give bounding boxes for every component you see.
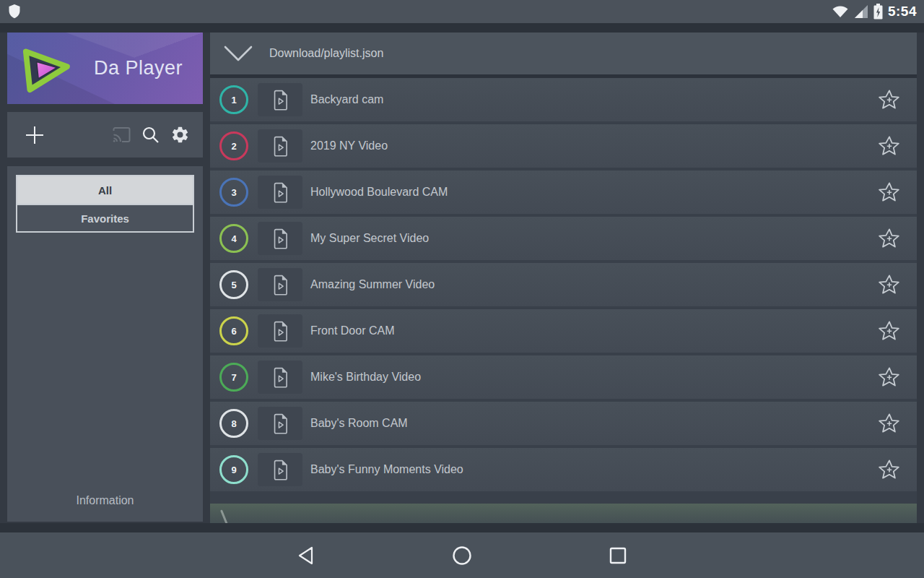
- item-file-button[interactable]: [258, 361, 302, 394]
- item-title: Baby's Funny Moments Video: [310, 463, 463, 476]
- star-add-icon: [878, 89, 901, 111]
- plus-icon: [25, 125, 45, 145]
- item-title: My Super Secret Video: [310, 232, 429, 245]
- list-item-5[interactable]: 5 Amazing Summer Video: [210, 263, 917, 306]
- item-file-button[interactable]: [258, 222, 302, 255]
- favorite-star-button[interactable]: [878, 413, 901, 435]
- app-title: Da Player: [94, 57, 183, 79]
- cast-icon: [112, 126, 131, 143]
- item-number-badge: 4: [219, 224, 248, 253]
- video-file-icon: [272, 136, 289, 157]
- item-title: Hollywood Boulevard CAM: [310, 186, 448, 199]
- star-add-icon: [878, 228, 901, 250]
- star-add-icon: [878, 366, 901, 389]
- favorite-star-button[interactable]: [878, 135, 901, 158]
- list-item-2[interactable]: 2 2019 NY Video: [210, 124, 917, 168]
- android-nav-bar: [0, 532, 924, 578]
- app-logo-banner: Da Player: [7, 33, 203, 104]
- item-file-button[interactable]: [258, 129, 302, 163]
- sidebar-toolbar: [7, 112, 203, 158]
- item-file-button[interactable]: [258, 83, 302, 116]
- favorite-star-button[interactable]: [878, 228, 901, 250]
- list-item-3[interactable]: 3 Hollywood Boulevard CAM: [210, 171, 917, 214]
- bottom-separator: [0, 523, 924, 532]
- item-title: Amazing Summer Video: [310, 278, 435, 291]
- playlist-path: Download/playlist.json: [269, 47, 383, 60]
- playlist: 1 Backyard cam 2: [210, 78, 917, 504]
- status-time: 5:54: [888, 4, 917, 20]
- list-item-9[interactable]: 9 Baby's Funny Moments Video: [210, 448, 917, 491]
- item-file-button[interactable]: [258, 314, 302, 348]
- sidebar: Da Player: [7, 33, 203, 522]
- item-number-badge: 5: [219, 270, 248, 299]
- star-add-icon: [878, 320, 901, 342]
- information-link[interactable]: Information: [7, 494, 203, 507]
- video-file-icon: [272, 367, 289, 388]
- chevron-down-icon: [223, 44, 253, 63]
- back-icon: [297, 545, 315, 566]
- list-item-1[interactable]: 1 Backyard cam: [210, 78, 917, 121]
- status-bar: 5:54: [0, 0, 924, 23]
- list-item-4[interactable]: 4 My Super Secret Video: [210, 217, 917, 260]
- nav-back-button[interactable]: [297, 545, 315, 566]
- filter-tabs: All Favorites: [16, 175, 194, 233]
- item-number-badge: 9: [219, 455, 248, 484]
- status-separator: [0, 23, 924, 33]
- item-title: 2019 NY Video: [310, 139, 388, 152]
- wifi-icon: [832, 4, 849, 19]
- star-add-icon: [878, 135, 901, 158]
- shield-icon: [7, 4, 22, 20]
- star-add-icon: [878, 181, 901, 204]
- playlist-header[interactable]: Download/playlist.json: [210, 33, 917, 74]
- tab-favorites[interactable]: Favorites: [17, 204, 193, 231]
- video-file-icon: [272, 228, 289, 249]
- item-title: Front Door CAM: [310, 324, 394, 337]
- favorite-star-button[interactable]: [878, 320, 901, 342]
- video-file-icon: [272, 90, 289, 111]
- home-icon: [452, 545, 472, 566]
- favorite-star-button[interactable]: [878, 89, 901, 111]
- video-file-icon: [272, 182, 289, 203]
- favorite-star-button[interactable]: [878, 181, 901, 204]
- favorite-star-button[interactable]: [878, 459, 901, 481]
- item-number-badge: 8: [219, 409, 248, 438]
- app-screen: 5:54 Da Player: [0, 0, 924, 578]
- favorite-star-button[interactable]: [878, 274, 901, 296]
- add-playlist-button[interactable]: [25, 125, 45, 145]
- item-title: Mike's Birthday Video: [310, 371, 421, 384]
- item-number-badge: 7: [219, 363, 248, 392]
- video-file-icon: [272, 321, 289, 342]
- item-title: Backyard cam: [310, 93, 383, 106]
- star-add-icon: [878, 459, 901, 481]
- cast-button[interactable]: [112, 126, 131, 143]
- settings-button[interactable]: [170, 125, 190, 144]
- signal-icon: [854, 4, 868, 19]
- star-add-icon: [878, 413, 901, 435]
- star-add-icon: [878, 274, 901, 296]
- tab-all[interactable]: All: [17, 176, 193, 204]
- video-file-icon: [272, 413, 289, 434]
- item-number-badge: 2: [219, 131, 248, 160]
- video-file-icon: [272, 460, 289, 480]
- play-logo-icon: [16, 40, 77, 98]
- item-number-badge: 6: [219, 316, 248, 345]
- item-file-button[interactable]: [258, 453, 302, 486]
- nav-recents-button[interactable]: [609, 546, 627, 565]
- favorite-star-button[interactable]: [878, 366, 901, 389]
- item-title: Baby's Room CAM: [310, 417, 408, 430]
- nav-home-button[interactable]: [452, 545, 472, 566]
- item-number-badge: 1: [219, 85, 248, 114]
- battery-charging-icon: [873, 4, 883, 20]
- list-item-8[interactable]: 8 Baby's Room CAM: [210, 402, 917, 445]
- gear-icon: [170, 125, 190, 144]
- main-content: Download/playlist.json 1 Backyard cam: [210, 33, 917, 532]
- search-icon: [141, 126, 160, 144]
- list-item-7[interactable]: 7 Mike's Birthday Video: [210, 355, 917, 399]
- item-file-button[interactable]: [258, 176, 302, 209]
- item-file-button[interactable]: [258, 407, 302, 440]
- list-item-6[interactable]: 6 Front Door CAM: [210, 309, 917, 353]
- item-file-button[interactable]: [258, 268, 302, 301]
- video-file-icon: [272, 275, 289, 296]
- search-button[interactable]: [141, 126, 160, 144]
- recents-icon: [609, 546, 627, 565]
